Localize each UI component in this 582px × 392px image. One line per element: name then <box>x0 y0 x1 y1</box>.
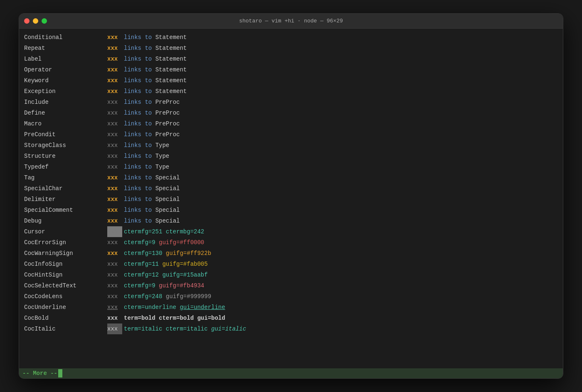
terminal-content: Conditional xxx links to Statement Repea… <box>24 32 558 334</box>
table-row: PreCondit xxx links to PreProc <box>24 129 558 140</box>
table-row: CocInfoSign xxx ctermfg=11 guifg=#fab005 <box>24 259 558 270</box>
table-row: CocWarningSign xxx ctermfg=130 guifg=#ff… <box>24 248 558 259</box>
table-row: Keyword xxx links to Statement <box>24 75 558 86</box>
table-row: CocErrorSign xxx ctermfg=9 guifg=#ff0000 <box>24 237 558 248</box>
table-row: Repeat xxx links to Statement <box>24 43 558 54</box>
table-row: SpecialChar xxx links to Special <box>24 183 558 194</box>
table-row: SpecialComment xxx links to Special <box>24 205 558 216</box>
table-row: Include xxx links to PreProc <box>24 97 558 108</box>
table-row: Tag xxx links to Special <box>24 172 558 183</box>
maximize-button[interactable] <box>42 18 47 24</box>
table-row: CocSelectedText xxx ctermfg=9 guifg=#fb4… <box>24 280 558 291</box>
close-button[interactable] <box>24 18 30 24</box>
titlebar: shotaro — vim +hi · node — 96×29 <box>19 14 563 29</box>
table-row: Exception xxx links to Statement <box>24 86 558 97</box>
table-row: Conditional xxx links to Statement <box>24 32 558 43</box>
terminal-window: shotaro — vim +hi · node — 96×29 Conditi… <box>19 13 563 379</box>
status-bar: -- More -- <box>19 368 563 378</box>
terminal-body: Conditional xxx links to Statement Repea… <box>19 29 563 368</box>
table-row: Define xxx links to PreProc <box>24 108 558 118</box>
minimize-button[interactable] <box>33 18 38 24</box>
table-row: CocBold xxx term=bold cterm=bold gui=bol… <box>24 313 558 323</box>
table-row: Cursor xxx ctermfg=251 ctermbg=242 <box>24 226 558 237</box>
window-title: shotaro — vim +hi · node — 96×29 <box>239 18 343 24</box>
more-label: -- More -- <box>22 370 57 377</box>
table-row: CocHintSign xxx ctermfg=12 guifg=#15aabf <box>24 270 558 280</box>
table-row: CocUnderline xxx cterm=underline gui=und… <box>24 302 558 313</box>
terminal-cursor <box>58 369 62 377</box>
traffic-lights <box>24 18 47 24</box>
table-row: Structure xxx links to Type <box>24 151 558 162</box>
table-row: Debug xxx links to Special <box>24 216 558 226</box>
table-row: StorageClass xxx links to Type <box>24 140 558 151</box>
table-row: Operator xxx links to Statement <box>24 64 558 75</box>
table-row: Macro xxx links to PreProc <box>24 118 558 129</box>
table-row: Delimiter xxx links to Special <box>24 194 558 205</box>
table-row: CocItalic xxx term=italic cterm=italic g… <box>24 323 558 334</box>
table-row: CocCodeLens xxx ctermfg=248 guifg=#99999… <box>24 291 558 302</box>
table-row: Label xxx links to Statement <box>24 54 558 64</box>
table-row: Typedef xxx links to Type <box>24 162 558 172</box>
